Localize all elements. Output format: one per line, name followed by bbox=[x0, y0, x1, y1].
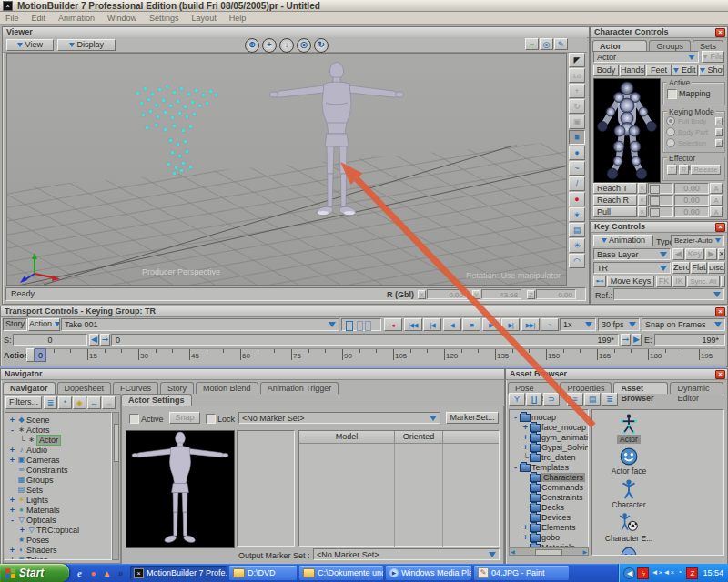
list-icon[interactable]: ≡ bbox=[567, 393, 583, 406]
close-icon[interactable]: × bbox=[715, 307, 725, 316]
bone-tool-icon[interactable]: ∗ bbox=[569, 207, 585, 222]
start-frame-field[interactable]: 0 bbox=[13, 334, 87, 346]
camera-tool-icon[interactable]: ▤ bbox=[569, 223, 585, 237]
optical-marker[interactable] bbox=[177, 100, 179, 103]
menu-help[interactable]: Help bbox=[229, 14, 247, 23]
optical-marker[interactable] bbox=[147, 98, 150, 101]
marker-set-select[interactable]: <No Marker Set> bbox=[238, 412, 440, 424]
optical-marker[interactable] bbox=[169, 105, 172, 107]
optical-marker[interactable] bbox=[140, 102, 143, 105]
optical-marker[interactable] bbox=[202, 94, 205, 96]
ref-select[interactable] bbox=[613, 288, 724, 300]
goto-end-button[interactable]: ▶▶| bbox=[521, 318, 540, 331]
folder-item-gobo[interactable]: +gobo bbox=[510, 532, 588, 542]
markerset-button[interactable]: MarkerSet... bbox=[446, 412, 499, 424]
a-button[interactable]: A bbox=[710, 195, 723, 206]
optical-marker[interactable] bbox=[169, 139, 172, 142]
marker-tool-icon[interactable]: ● bbox=[569, 192, 585, 206]
ie-icon[interactable]: e bbox=[74, 567, 86, 579]
move-keys-button[interactable]: Move Keys bbox=[607, 276, 654, 287]
key-button[interactable]: Key bbox=[685, 248, 704, 260]
key-controls-header[interactable]: Key Controls × bbox=[591, 222, 727, 233]
menu-window[interactable]: Window bbox=[107, 14, 136, 23]
folder-item-commands[interactable]: Commands bbox=[510, 482, 588, 492]
view-menu-button[interactable]: View bbox=[6, 39, 54, 51]
expander-icon[interactable]: + bbox=[8, 506, 16, 515]
pan-icon[interactable]: + bbox=[262, 38, 277, 53]
expander-icon[interactable]: + bbox=[521, 423, 530, 432]
character-source-select[interactable]: Actor bbox=[593, 51, 699, 63]
pull-slider[interactable] bbox=[648, 206, 673, 217]
flat-view-icon[interactable]: ⊃ bbox=[543, 393, 560, 406]
prev-key-button[interactable]: |◀ bbox=[423, 318, 441, 331]
tab-dynamic-editor[interactable]: Dynamic Editor bbox=[670, 382, 723, 394]
back-arrow-icon[interactable]: ← bbox=[87, 396, 101, 409]
translate-icon[interactable]: + bbox=[569, 84, 585, 98]
tab-animation-trigger[interactable]: Animation Trigger bbox=[260, 382, 339, 394]
sync-all-button[interactable]: Sync. All bbox=[687, 276, 720, 287]
asset-item-character[interactable]: Character bbox=[596, 479, 662, 509]
expander-icon[interactable]: + bbox=[8, 416, 16, 425]
end-arrow-icon[interactable]: ▶ bbox=[632, 334, 642, 346]
tray-chevron-icon[interactable]: ◀ bbox=[623, 567, 635, 579]
reach-r-slider[interactable] bbox=[648, 195, 673, 206]
optical-marker[interactable] bbox=[193, 113, 196, 115]
menu-settings[interactable]: Settings bbox=[149, 14, 179, 23]
start-button[interactable]: Start bbox=[0, 564, 69, 582]
lock-icon[interactable]: ◈ bbox=[73, 396, 86, 409]
close-icon[interactable]: × bbox=[715, 370, 725, 379]
flat-button[interactable]: Flat bbox=[691, 262, 707, 274]
show-button[interactable]: Show bbox=[699, 65, 724, 76]
menu-edit[interactable]: Edit bbox=[32, 14, 46, 23]
snap-select[interactable]: Snap on Frames bbox=[642, 318, 725, 331]
optical-marker[interactable] bbox=[189, 166, 192, 168]
expander-icon[interactable]: - bbox=[8, 426, 16, 435]
tree-item-lights[interactable]: +☀Lights bbox=[6, 495, 111, 505]
pin-r-button[interactable]: R bbox=[679, 165, 689, 175]
mapping-checkbox[interactable] bbox=[667, 89, 677, 99]
transport-curve-button[interactable]: ≈ bbox=[541, 318, 559, 331]
select-cursor-icon[interactable]: ◤ bbox=[569, 53, 585, 67]
expander-icon[interactable]: + bbox=[8, 456, 16, 465]
tree-view-icon[interactable]: Y bbox=[509, 393, 525, 406]
reach-t-slider[interactable] bbox=[648, 183, 673, 194]
tree-item-cameras[interactable]: +▣Cameras bbox=[6, 455, 111, 465]
optical-marker[interactable] bbox=[155, 124, 157, 126]
key-type-select[interactable]: Bezier-Auto bbox=[671, 235, 724, 246]
pull-button[interactable]: Pull bbox=[593, 206, 637, 217]
optical-marker[interactable] bbox=[164, 128, 167, 131]
optical-marker[interactable] bbox=[164, 111, 167, 114]
marker-list[interactable] bbox=[237, 430, 295, 547]
reach-t-button[interactable]: Reach T bbox=[593, 183, 637, 194]
column-view-icon[interactable]: ∐ bbox=[526, 393, 542, 406]
taskbar-task-motionbuilder-7-profe[interactable]: ×MotionBuilder 7 Profe... bbox=[130, 566, 227, 580]
optical-marker[interactable] bbox=[184, 140, 187, 143]
close-icon[interactable]: × bbox=[715, 223, 725, 232]
expander-icon[interactable]: - bbox=[511, 463, 520, 472]
taskbar-task-d-dvd[interactable]: D:\DVD bbox=[229, 566, 297, 580]
animation-button[interactable]: Animation bbox=[593, 235, 653, 246]
optical-marker[interactable] bbox=[171, 116, 174, 119]
taskbar-task-04-jpg-paint[interactable]: ✎04.JPG - Paint bbox=[474, 566, 569, 580]
prev-frame-icon[interactable]: ◀ bbox=[89, 334, 99, 346]
marker-table[interactable]: Model Oriented bbox=[298, 430, 500, 547]
list-view-icon[interactable]: ≣ bbox=[44, 396, 57, 409]
k-button[interactable]: K bbox=[638, 195, 647, 206]
volume-muted2-icon[interactable]: ◄× bbox=[662, 567, 672, 577]
optical-marker[interactable] bbox=[186, 150, 188, 153]
scene-tree[interactable]: +◆Scene-∗Actors└∗Actor+♪Audio+▣Cameras∞C… bbox=[5, 412, 112, 560]
tree-item-shaders[interactable]: +◐Shaders bbox=[6, 545, 111, 555]
file-button[interactable]: File bbox=[702, 51, 724, 63]
a-button[interactable]: A bbox=[710, 183, 723, 194]
optical-marker[interactable] bbox=[162, 99, 165, 102]
prev-key-button[interactable]: ◀ bbox=[672, 248, 684, 260]
asset-item-character-face[interactable]: Character face bbox=[596, 547, 662, 556]
tree-item-constraints[interactable]: ∞Constraints bbox=[6, 465, 111, 475]
fk-button[interactable]: FK bbox=[656, 276, 672, 287]
taskbar-task-c-dokumente-und-ei[interactable]: C:\Dokumente und Ei... bbox=[299, 566, 383, 580]
sphere-tool-icon[interactable]: ● bbox=[569, 146, 585, 160]
zero-button[interactable]: Zero bbox=[672, 262, 690, 274]
reach-r-button[interactable]: Reach R bbox=[593, 195, 637, 206]
more-button[interactable] bbox=[721, 276, 725, 287]
actor-preview[interactable] bbox=[126, 430, 235, 548]
